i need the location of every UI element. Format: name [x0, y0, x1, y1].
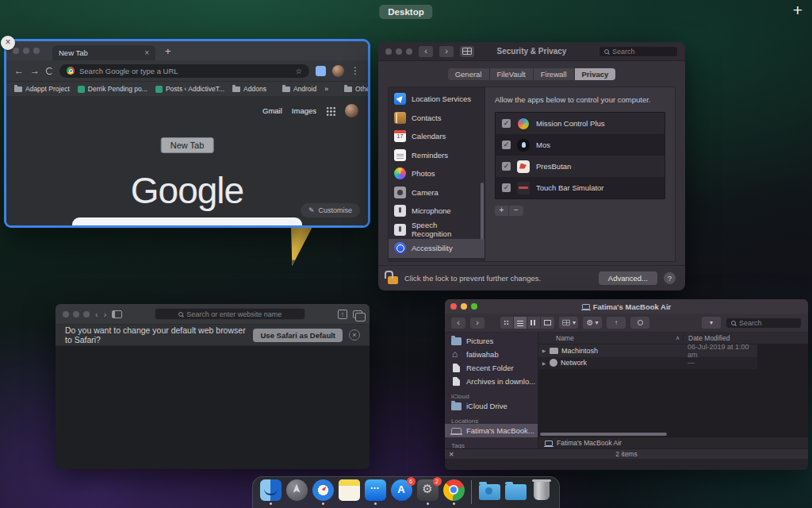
privacy-item-accessibility[interactable]: Accessibility: [389, 239, 485, 258]
list-view-button[interactable]: [514, 317, 527, 329]
share-button[interactable]: ↑: [607, 317, 626, 329]
customise-button[interactable]: ✎ Customise: [301, 203, 360, 217]
safari-address-input[interactable]: Search or enter website name: [155, 308, 305, 320]
icon-view-button[interactable]: [500, 317, 514, 329]
address-bar[interactable]: Search Google or type a URL ☆: [59, 64, 309, 78]
back-button[interactable]: ‹: [419, 46, 433, 57]
minimize-icon[interactable]: [73, 311, 79, 318]
new-tab-button[interactable]: +: [165, 45, 171, 57]
checkbox-checked[interactable]: ✓: [502, 140, 511, 149]
dock-item-safari[interactable]: [312, 479, 334, 505]
sidebar-toggle-icon[interactable]: [112, 310, 122, 318]
action-button[interactable]: ⚙▾: [583, 317, 602, 329]
zoom-icon[interactable]: [83, 311, 90, 318]
security-privacy-window[interactable]: ‹ › Security & Privacy Search GeneralFil…: [378, 42, 685, 291]
scrollbar-thumb[interactable]: [481, 183, 484, 240]
sidebar-item-archives-in-downlo-[interactable]: Archives in downlo...: [445, 375, 538, 388]
gmail-link[interactable]: Gmail: [262, 106, 282, 115]
dismiss-banner-icon[interactable]: ×: [349, 329, 360, 341]
tags-button[interactable]: [630, 317, 649, 329]
bookmark-item[interactable]: Posts ‹ AddictiveT...: [155, 85, 224, 93]
privacy-item-contacts[interactable]: Contacts: [389, 109, 485, 128]
privacy-item-speech-recognition[interactable]: Speech Recognition: [389, 221, 485, 240]
google-apps-icon[interactable]: [326, 106, 335, 116]
tab-general[interactable]: General: [448, 68, 490, 80]
finder-window[interactable]: Fatima's MacBook Air ‹ › ▾ ⚙▾ ↑ ▾ Search…: [445, 299, 808, 470]
window-close-button[interactable]: ×: [1, 36, 15, 50]
bookmark-item[interactable]: Derrik Pending po...: [78, 85, 147, 93]
chrome-traffic-lights[interactable]: [13, 48, 40, 54]
google-avatar[interactable]: [345, 104, 358, 117]
show-all-button[interactable]: [460, 46, 474, 57]
bookmark-item[interactable]: Addons: [232, 85, 266, 93]
privacy-item-location-services[interactable]: Location Services: [389, 90, 485, 109]
privacy-item-calendars[interactable]: Calendars: [389, 127, 485, 146]
more-options-button[interactable]: ▾: [702, 317, 721, 329]
dock-item-launchpad[interactable]: [285, 479, 308, 505]
chrome-menu-icon[interactable]: ⋮: [350, 65, 360, 76]
tab-filevault[interactable]: FileVault: [490, 68, 534, 80]
dock-item-notes[interactable]: [338, 479, 360, 505]
google-search-bar[interactable]: [72, 217, 302, 225]
tab-overview-icon[interactable]: [353, 310, 362, 318]
checkbox-checked[interactable]: ✓: [502, 162, 511, 171]
sidebar-item-pictures[interactable]: Pictures: [445, 334, 538, 348]
dock-item-downloads[interactable]: [478, 480, 500, 504]
sidebar-item-fatiwahab[interactable]: fatiwahab: [445, 348, 538, 361]
finder-search-input[interactable]: Search: [726, 318, 802, 329]
minimize-icon[interactable]: [23, 48, 29, 54]
checkbox-checked[interactable]: ✓: [502, 119, 511, 128]
desktop-space-label[interactable]: Desktop: [379, 5, 432, 19]
advanced-button[interactable]: Advanced...: [599, 271, 657, 285]
privacy-item-camera[interactable]: Camera: [389, 183, 485, 202]
name-column-header[interactable]: Name ∧: [538, 334, 683, 342]
sidebar-item-recent-folder[interactable]: Recent Folder: [445, 361, 538, 375]
use-safari-default-button[interactable]: Use Safari as Default: [253, 329, 343, 342]
back-icon[interactable]: ←: [14, 65, 24, 76]
privacy-item-microphone[interactable]: Microphone: [389, 202, 485, 221]
table-row[interactable]: ▶Network—: [538, 357, 757, 370]
safari-window[interactable]: ‹ › Search or enter website name ↑ Do yo…: [56, 304, 370, 469]
bookmark-item[interactable]: Adappt Project: [14, 85, 70, 93]
bookmark-item[interactable]: »: [324, 85, 328, 93]
bookmark-item[interactable]: Other Bookmarks: [344, 85, 368, 93]
gallery-view-button[interactable]: [541, 317, 554, 329]
group-button[interactable]: ▾: [559, 317, 578, 329]
images-link[interactable]: Images: [292, 106, 316, 115]
tab-firewall[interactable]: Firewall: [534, 68, 575, 80]
add-desktop-button[interactable]: +: [793, 2, 802, 19]
disclosure-icon[interactable]: ▶: [538, 360, 550, 366]
dock-item-system-preferences[interactable]: 2: [416, 479, 439, 505]
add-app-button[interactable]: +: [495, 206, 509, 216]
dock-item-trash[interactable]: [530, 479, 553, 504]
scrollbar-thumb[interactable]: [540, 433, 667, 436]
reload-icon[interactable]: [46, 67, 53, 75]
column-view-button[interactable]: [527, 317, 541, 329]
horizontal-scrollbar[interactable]: [538, 431, 757, 437]
help-button[interactable]: ?: [664, 272, 676, 284]
forward-icon[interactable]: ›: [104, 310, 107, 319]
table-row[interactable]: ▶Machintosh06-Jul-2019 at 1:00 am: [538, 344, 757, 357]
chrome-active-tab[interactable]: New Tab ×: [52, 45, 155, 60]
chrome-window[interactable]: New Tab × + ← → Search Google or type a …: [6, 41, 368, 225]
date-column-header[interactable]: Date Modified: [683, 334, 757, 342]
forward-button[interactable]: ›: [470, 318, 485, 329]
extension-icon[interactable]: [316, 66, 326, 76]
unlocked-padlock-icon[interactable]: [388, 276, 398, 284]
tab-close-icon[interactable]: ×: [144, 48, 149, 57]
close-icon[interactable]: [385, 48, 392, 55]
security-traffic-lights[interactable]: [385, 48, 412, 55]
zoom-icon[interactable]: [33, 48, 40, 54]
dock-item-app-store[interactable]: 6: [390, 479, 412, 505]
forward-icon[interactable]: →: [30, 65, 40, 76]
privacy-item-reminders[interactable]: Reminders: [389, 146, 485, 165]
share-icon[interactable]: ↑: [338, 310, 347, 319]
minimize-icon[interactable]: [396, 48, 402, 55]
bookmark-star-icon[interactable]: ☆: [295, 67, 302, 75]
tab-privacy[interactable]: Privacy: [575, 68, 616, 80]
window-close-icon[interactable]: ×: [449, 449, 454, 460]
back-button[interactable]: ‹: [451, 318, 465, 329]
bookmark-item[interactable]: Android: [282, 85, 316, 93]
profile-avatar[interactable]: [332, 65, 344, 77]
preferences-search-input[interactable]: Search: [599, 46, 678, 57]
